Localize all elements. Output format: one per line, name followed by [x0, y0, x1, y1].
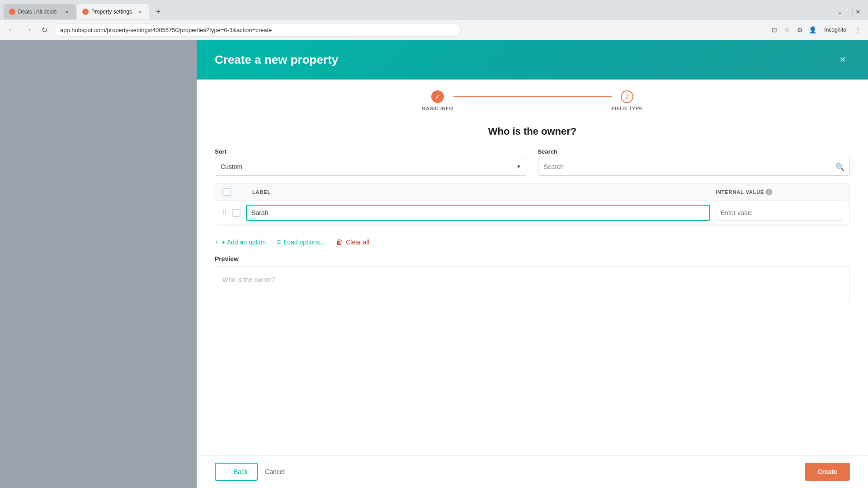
sort-label: Sort — [215, 148, 527, 155]
bookmark-icon[interactable]: ☆ — [783, 25, 792, 34]
search-group: Search 🔍 — [538, 148, 850, 176]
new-tab-button[interactable]: + — [152, 5, 165, 18]
add-option-button[interactable]: + + Add an option — [215, 238, 266, 246]
trash-icon: 🗑 — [336, 238, 343, 246]
drag-handle-icon[interactable]: ⠿ — [222, 209, 227, 216]
add-option-label: + Add an option — [222, 239, 266, 246]
tab-deals[interactable]: Deals | All deals ✕ — [4, 4, 76, 19]
menu-icon[interactable]: ⋮ — [854, 25, 863, 34]
tab-property-close[interactable]: ✕ — [137, 8, 144, 15]
load-options-label: Load options... — [283, 239, 325, 246]
incognito-button[interactable]: Incognito — [821, 25, 850, 35]
row-checkbox[interactable] — [232, 209, 241, 217]
col-header-label: LABEL — [236, 189, 710, 195]
address-text: app.hubspot.com/property-settings/400557… — [60, 27, 272, 33]
step1-circle: ✓ — [431, 90, 444, 103]
incognito-label: Incognito — [824, 27, 846, 33]
modal-close-button[interactable]: × — [835, 52, 850, 67]
cancel-button[interactable]: Cancel — [258, 464, 292, 480]
sort-group: Sort Custom Alphabetical ▼ — [215, 148, 527, 176]
back-label: Back — [234, 468, 248, 475]
clear-all-button[interactable]: 🗑 Clear all — [336, 238, 369, 246]
nav-reload[interactable]: ↻ — [38, 23, 51, 36]
address-bar-icons: ⊡ ☆ ⚙ 👤 Incognito ⋮ — [770, 25, 863, 35]
search-wrapper: 🔍 — [538, 158, 850, 176]
sort-select-wrapper: Custom Alphabetical ▼ — [215, 158, 527, 176]
step-field-type: 2 FIELD TYPE — [612, 90, 643, 111]
preview-placeholder: Who is the owner? — [222, 276, 275, 283]
nav-forward[interactable]: → — [22, 23, 34, 36]
back-button[interactable]: ← Back — [215, 463, 258, 481]
page-background — [0, 40, 197, 488]
modal-content: Who is the owner? Sort Custom Alphabetic… — [197, 117, 868, 455]
address-bar[interactable]: app.hubspot.com/property-settings/400557… — [54, 23, 461, 37]
action-row: + + Add an option ≡ Load options... 🗑 Cl… — [215, 233, 850, 252]
tab-deals-close[interactable]: ✕ — [63, 8, 71, 15]
step2-number: 2 — [626, 94, 629, 100]
section-title: Who is the owner? — [215, 126, 850, 137]
step-basic-info: ✓ BASIC INFO — [422, 90, 453, 111]
load-options-button[interactable]: ≡ Load options... — [277, 238, 325, 246]
profile-icon[interactable]: 👤 — [808, 25, 817, 34]
window-maximize[interactable]: ⬜ — [846, 9, 852, 14]
modal-overlay: Create a new property × ✓ BASIC INFO 2 F… — [197, 40, 868, 488]
search-label: Search — [538, 148, 850, 155]
header-checkbox[interactable] — [222, 188, 231, 196]
clear-all-label: Clear all — [346, 239, 369, 246]
back-arrow-icon: ← — [225, 468, 231, 475]
preview-section: Preview Who is the owner? — [215, 255, 850, 302]
col-header-value: INTERNAL VALUE i — [716, 189, 842, 195]
create-button[interactable]: Create — [805, 463, 850, 481]
preview-box: Who is the owner? — [215, 266, 850, 302]
cast-icon[interactable]: ⊡ — [770, 25, 779, 34]
step2-label: FIELD TYPE — [612, 106, 643, 111]
tab-property[interactable]: Property settings ✕ — [77, 4, 149, 19]
label-input[interactable] — [246, 205, 710, 221]
deals-favicon — [9, 9, 15, 15]
stepper: ✓ BASIC INFO 2 FIELD TYPE — [197, 80, 868, 117]
window-minimize[interactable]: ⌄ — [837, 9, 843, 14]
extensions-icon[interactable]: ⚙ — [795, 25, 804, 34]
list-icon: ≡ — [277, 238, 281, 246]
preview-label: Preview — [215, 255, 850, 263]
search-input[interactable] — [538, 158, 850, 176]
step1-checkmark: ✓ — [435, 93, 440, 100]
table-row: ⠿ — [215, 201, 849, 225]
nav-back[interactable]: ← — [5, 23, 18, 36]
options-table: LABEL INTERNAL VALUE i ⠿ — [215, 183, 850, 225]
add-icon: + — [215, 238, 219, 246]
tab-property-title: Property settings — [91, 9, 134, 15]
sort-select[interactable]: Custom Alphabetical — [215, 158, 527, 176]
step-connector — [453, 96, 612, 97]
property-favicon — [82, 9, 89, 15]
modal-header: Create a new property × — [197, 40, 868, 80]
step1-label: BASIC INFO — [422, 106, 453, 111]
form-row-sort-search: Sort Custom Alphabetical ▼ Search 🔍 — [215, 148, 850, 176]
window-close[interactable]: ✕ — [855, 9, 861, 14]
modal-title: Create a new property — [215, 53, 338, 67]
modal-footer: ← Back Cancel Create — [197, 455, 868, 488]
window-controls: ⌄ ⬜ ✕ — [837, 9, 864, 14]
info-icon[interactable]: i — [766, 189, 772, 195]
table-header: LABEL INTERNAL VALUE i — [215, 183, 849, 201]
step2-circle: 2 — [621, 90, 633, 103]
tab-deals-title: Deals | All deals — [18, 9, 61, 15]
value-input[interactable] — [716, 205, 842, 221]
